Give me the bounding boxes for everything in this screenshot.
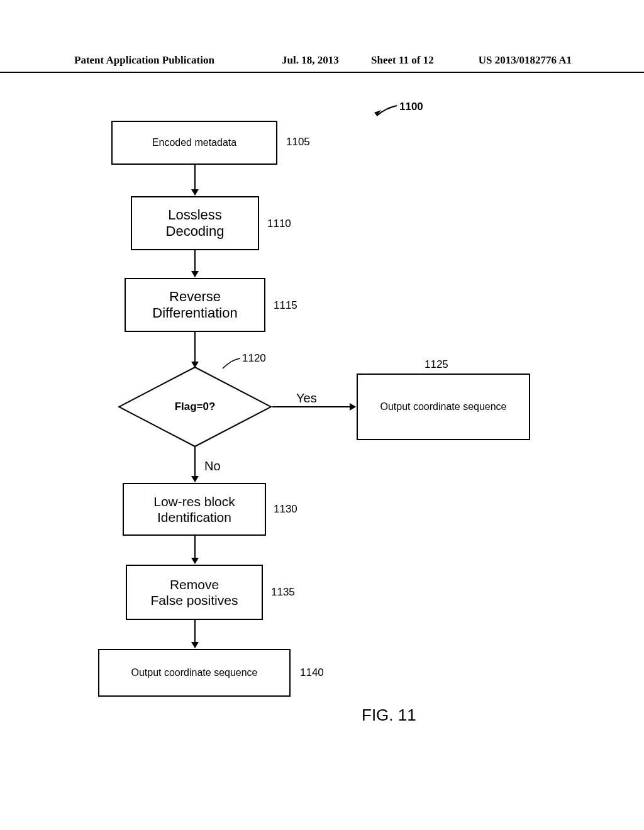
header-sheet: Sheet 11 of 12 (371, 54, 434, 67)
block-encoded-metadata: Encoded metadata (111, 121, 277, 165)
ref-1120: 1120 (242, 352, 266, 365)
flowchart: 1100 Encoded metadata 1105 Lossless Deco… (60, 94, 563, 786)
arrow-1105-1110 (194, 165, 196, 195)
arrow-1135-1140 (194, 620, 196, 648)
block-label: Remove False positives (151, 577, 238, 608)
arrow-1130-1135 (194, 536, 196, 563)
block-reverse-differentiation: Reverse Differentiation (125, 278, 265, 332)
arrow-1110-1115 (194, 250, 196, 277)
block-label: Lossless Decoding (166, 207, 225, 240)
overall-ref-arrow (373, 104, 398, 118)
block-output-1125: Output coordinate sequence (357, 374, 530, 440)
block-label: Output coordinate sequence (380, 401, 506, 412)
header-left: Patent Application Publication (74, 54, 214, 67)
block-output-1140: Output coordinate sequence (98, 649, 291, 697)
arrow-yes (272, 406, 355, 407)
decision-label: Flag=0? (118, 366, 272, 448)
decision-flag: Flag=0? (118, 366, 272, 448)
block-remove-false-positives: Remove False positives (126, 565, 263, 620)
block-label: Reverse Differentiation (152, 289, 237, 322)
ref-1125: 1125 (425, 358, 448, 371)
ref-1115: 1115 (274, 299, 297, 312)
edge-no: No (204, 459, 221, 473)
block-lossless-decoding: Lossless Decoding (131, 196, 259, 250)
header-pubno: US 2013/0182776 A1 (479, 54, 572, 67)
edge-yes: Yes (296, 391, 317, 406)
header-date: Jul. 18, 2013 (282, 54, 339, 67)
page-header: Patent Application Publication Jul. 18, … (0, 54, 644, 73)
arrow-1115-1120 (194, 332, 196, 367)
block-label: Low-res block Identification (153, 494, 235, 525)
block-lowres-identification: Low-res block Identification (123, 483, 266, 536)
overall-ref: 1100 (399, 101, 423, 113)
arrow-no (194, 446, 196, 482)
ref-1140: 1140 (300, 667, 324, 679)
ref-1105: 1105 (286, 136, 310, 148)
block-label: Encoded metadata (152, 137, 236, 148)
figure-label: FIG. 11 (362, 706, 416, 725)
ref-1130: 1130 (274, 503, 297, 516)
block-label: Output coordinate sequence (131, 667, 257, 678)
ref-1135: 1135 (271, 586, 295, 599)
ref-1110: 1110 (267, 218, 291, 230)
